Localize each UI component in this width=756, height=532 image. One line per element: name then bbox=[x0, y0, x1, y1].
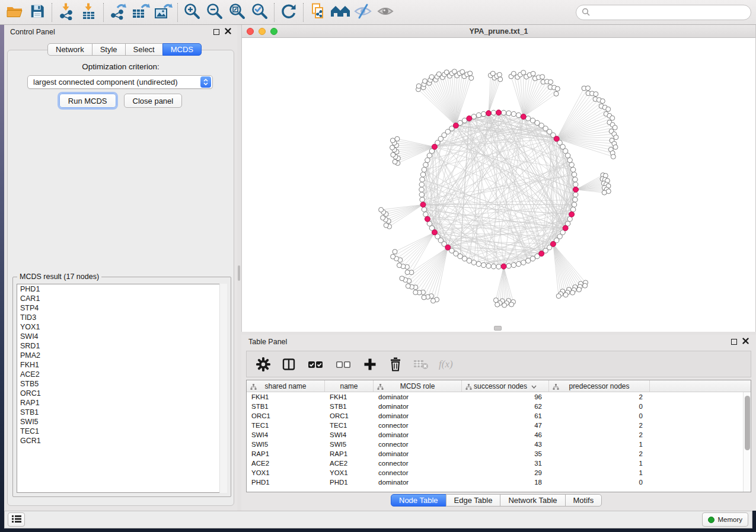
cell-successor-nodes[interactable]: 61 bbox=[462, 411, 549, 421]
zoom-out-button[interactable] bbox=[203, 2, 226, 23]
cell-mcds-role[interactable]: connector bbox=[374, 468, 462, 477]
column-header-name[interactable]: name bbox=[325, 380, 374, 392]
cell-mcds-role[interactable]: connector bbox=[374, 459, 462, 468]
mcds-result-item[interactable]: TID3 bbox=[17, 313, 227, 322]
cell-successor-nodes[interactable]: 96 bbox=[462, 392, 549, 402]
table-scrollbar-thumb[interactable] bbox=[745, 396, 750, 450]
cell-name[interactable]: ORC1 bbox=[325, 411, 374, 421]
column-header-shared-name[interactable]: shared name bbox=[247, 380, 325, 392]
cell-shared-name[interactable]: YOX1 bbox=[247, 468, 325, 477]
import-table-button[interactable] bbox=[78, 2, 100, 23]
select-all-checks-button[interactable] bbox=[307, 357, 324, 372]
cell-predecessor-nodes[interactable]: 1 bbox=[549, 440, 650, 449]
delete-column-button[interactable] bbox=[388, 357, 403, 372]
cell-mcds-role[interactable]: dominator bbox=[374, 411, 462, 421]
panel-splitter-grip[interactable] bbox=[238, 265, 240, 281]
table-row[interactable]: ORC1 ORC1 dominator 61 0 bbox=[247, 411, 743, 421]
cell-successor-nodes[interactable]: 29 bbox=[462, 468, 549, 477]
cell-predecessor-nodes[interactable]: 0 bbox=[549, 477, 650, 487]
cell-predecessor-nodes[interactable]: 2 bbox=[549, 421, 650, 430]
tab-motifs[interactable]: Motifs bbox=[565, 494, 602, 507]
table-row[interactable]: FKH1 FKH1 dominator 96 2 bbox=[247, 392, 743, 402]
cell-mcds-role[interactable]: dominator bbox=[374, 402, 462, 411]
cell-shared-name[interactable]: STB1 bbox=[247, 402, 325, 411]
cell-successor-nodes[interactable]: 46 bbox=[462, 430, 549, 440]
mcds-result-item[interactable]: CAR1 bbox=[17, 294, 227, 303]
tab-node-table[interactable]: Node Table bbox=[391, 494, 446, 507]
table-row[interactable]: YOX1 YOX1 connector 29 1 bbox=[247, 468, 743, 477]
first-neighbors-button[interactable] bbox=[329, 2, 352, 23]
mcds-result-item[interactable]: RAP1 bbox=[17, 398, 227, 408]
float-table-panel-icon[interactable] bbox=[731, 339, 737, 345]
canvas-splitter-grip[interactable] bbox=[494, 326, 502, 331]
network-canvas[interactable] bbox=[242, 38, 755, 331]
cell-name[interactable]: YOX1 bbox=[325, 468, 374, 477]
cell-successor-nodes[interactable]: 62 bbox=[462, 402, 549, 411]
close-panel-button[interactable]: Close panel bbox=[124, 94, 183, 108]
float-panel-icon[interactable] bbox=[213, 29, 219, 35]
cell-predecessor-nodes[interactable]: 1 bbox=[549, 468, 650, 477]
refresh-view-button[interactable] bbox=[277, 2, 300, 23]
add-column-button[interactable] bbox=[362, 357, 378, 372]
table-row[interactable]: STB1 STB1 dominator 62 0 bbox=[247, 402, 743, 411]
export-network-button[interactable] bbox=[107, 2, 129, 23]
deselect-all-checks-button[interactable] bbox=[334, 357, 352, 372]
tab-style[interactable]: Style bbox=[92, 43, 126, 56]
cell-shared-name[interactable]: ACE2 bbox=[247, 459, 325, 468]
cell-mcds-role[interactable]: dominator bbox=[374, 449, 462, 459]
network-window-titlebar[interactable]: YPA_prune.txt_1 bbox=[242, 25, 755, 38]
column-header-mcds-role[interactable]: MCDS role bbox=[374, 380, 462, 392]
cell-name[interactable]: STB1 bbox=[325, 402, 374, 411]
cell-shared-name[interactable]: ORC1 bbox=[247, 411, 325, 421]
table-row[interactable]: TEC1 TEC1 connector 47 2 bbox=[247, 421, 743, 430]
export-image-button[interactable] bbox=[152, 2, 174, 23]
tab-select[interactable]: Select bbox=[125, 43, 163, 56]
search-input[interactable] bbox=[594, 8, 751, 17]
mcds-result-item[interactable]: TEC1 bbox=[17, 427, 227, 436]
cell-predecessor-nodes[interactable]: 1 bbox=[549, 459, 650, 468]
cell-predecessor-nodes[interactable]: 0 bbox=[549, 402, 650, 411]
tab-network-table[interactable]: Network Table bbox=[500, 494, 565, 507]
cell-predecessor-nodes[interactable]: 0 bbox=[549, 411, 650, 421]
run-mcds-button[interactable]: Run MCDS bbox=[59, 94, 116, 108]
cell-shared-name[interactable]: SWI4 bbox=[247, 430, 325, 440]
cell-name[interactable]: FKH1 bbox=[325, 392, 374, 402]
show-columns-button[interactable] bbox=[281, 357, 296, 372]
open-file-button[interactable] bbox=[4, 2, 26, 23]
cell-name[interactable]: SWI5 bbox=[325, 440, 374, 449]
table-row[interactable]: SWI5 SWI5 connector 43 1 bbox=[247, 440, 743, 449]
cell-name[interactable]: RAP1 bbox=[325, 449, 374, 459]
table-row[interactable]: SWI4 SWI4 dominator 46 2 bbox=[247, 430, 743, 440]
mcds-result-item[interactable]: GCR1 bbox=[17, 436, 227, 446]
tab-network[interactable]: Network bbox=[47, 43, 92, 56]
export-table-button[interactable] bbox=[129, 2, 152, 23]
cell-predecessor-nodes[interactable]: 2 bbox=[549, 430, 650, 440]
zoom-selected-button[interactable] bbox=[248, 2, 271, 23]
close-table-panel-icon[interactable] bbox=[742, 338, 749, 346]
task-history-button[interactable] bbox=[8, 512, 25, 527]
cell-successor-nodes[interactable]: 18 bbox=[462, 477, 549, 487]
column-header-predecessor-nodes[interactable]: predecessor nodes bbox=[549, 380, 650, 392]
mcds-result-item[interactable]: STB1 bbox=[17, 408, 227, 417]
save-session-button[interactable] bbox=[26, 2, 49, 23]
cell-predecessor-nodes[interactable]: 2 bbox=[549, 449, 650, 459]
table-row[interactable]: PHD1 PHD1 dominator 18 0 bbox=[247, 477, 743, 487]
mcds-result-list[interactable]: PHD1CAR1STP4TID3YOX1SWI4SRD1PMA2FKH1ACE2… bbox=[17, 284, 227, 493]
criterion-select[interactable]: largest connected component (undirected) bbox=[27, 75, 213, 89]
search-field[interactable] bbox=[576, 5, 751, 20]
hide-selected-button[interactable] bbox=[352, 2, 374, 23]
mcds-result-item[interactable]: ORC1 bbox=[17, 389, 227, 398]
table-row[interactable]: ACE2 ACE2 connector 31 1 bbox=[247, 459, 743, 468]
cell-shared-name[interactable]: PHD1 bbox=[247, 477, 325, 487]
tab-mcds[interactable]: MCDS bbox=[162, 43, 202, 56]
zoom-fit-button[interactable] bbox=[226, 2, 248, 23]
mcds-result-item[interactable]: YOX1 bbox=[17, 322, 227, 332]
mcds-result-item[interactable]: SWI4 bbox=[17, 332, 227, 341]
mcds-list-scrollbar[interactable] bbox=[219, 284, 227, 493]
tab-edge-table[interactable]: Edge Table bbox=[446, 494, 501, 507]
cell-mcds-role[interactable]: dominator bbox=[374, 430, 462, 440]
memory-button[interactable]: Memory bbox=[702, 512, 748, 527]
mcds-result-item[interactable]: STB5 bbox=[17, 379, 227, 389]
cell-name[interactable]: PHD1 bbox=[325, 477, 374, 487]
mcds-result-item[interactable]: SRD1 bbox=[17, 341, 227, 351]
